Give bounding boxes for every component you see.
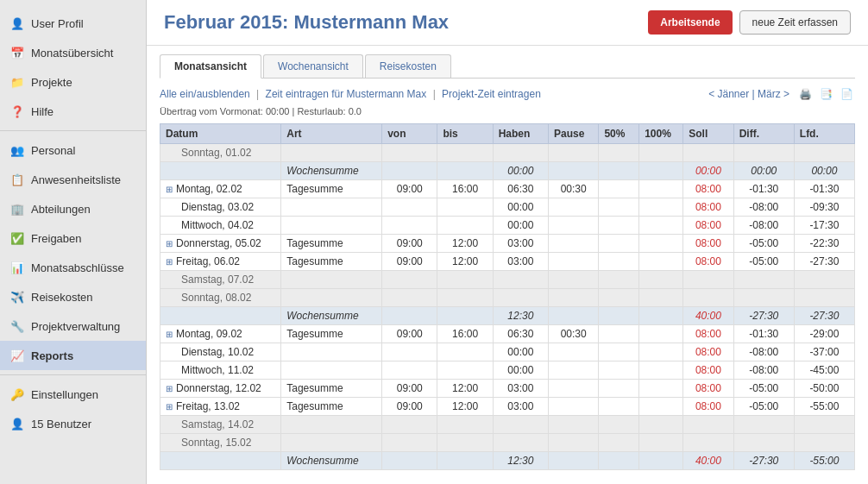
sidebar-divider-2 [0, 374, 146, 375]
cell-100 [639, 398, 683, 416]
cell-von: 09:00 [382, 325, 437, 343]
sidebar-item-monatsabschlüsse[interactable]: 📊 Monatsabschlüsse [0, 253, 146, 282]
cell-bis: 12:00 [437, 398, 493, 416]
sidebar-item-reisekosten[interactable]: ✈️ Reisekosten [0, 282, 146, 311]
neue-zeit-button[interactable]: neue Zeit erfassen [739, 10, 851, 35]
cell-pause [548, 434, 598, 452]
cell-soll: 40:00 [683, 307, 733, 325]
alle-einausblenden-link[interactable]: Alle ein/ausblenden [160, 88, 250, 100]
cell-datum: ⊞Montag, 02.02 [160, 180, 281, 198]
expand-btn[interactable]: ⊞ [166, 185, 173, 194]
col-haben-header: Haben [493, 124, 548, 144]
export-xls-icon[interactable]: 📑 [817, 85, 834, 103]
sidebar-item-benutzer[interactable]: 👤 15 Benutzer [0, 409, 146, 438]
table-row: Mittwoch, 04.02 00:00 08:00 -08:00 -17:3… [160, 217, 855, 235]
sidebar-item-personal[interactable]: 👥 Personal [0, 135, 146, 165]
cell-soll: 08:00 [683, 217, 733, 235]
cell-bis: 16:00 [437, 180, 493, 198]
projekt-zeit-link[interactable]: Projekt-Zeit eintragen [442, 88, 541, 100]
sidebar-item-projekte[interactable]: 📁 Projekte [0, 67, 146, 97]
cell-100 [639, 361, 683, 380]
cell-art [281, 343, 382, 361]
zeit-eintragen-link[interactable]: Zeit eintragen für Mustermann Max [266, 88, 427, 100]
sidebar-item-freigaben[interactable]: ✅ Freigaben [0, 223, 146, 253]
cell-100 [639, 235, 683, 253]
cell-pause [548, 253, 598, 271]
cell-pause [548, 144, 598, 162]
cell-pause [548, 416, 598, 434]
tab-reisekosten[interactable]: Reisekosten [365, 54, 451, 78]
cell-diff: -05:00 [733, 398, 794, 416]
user-icon: 👤 [9, 15, 26, 32]
sidebar-item-label: Monatsübersicht [31, 47, 113, 60]
sidebar-item-einstellungen[interactable]: 🔑 Einstellungen [0, 380, 146, 409]
cell-diff: -05:00 [733, 253, 794, 271]
cell-art [281, 434, 382, 452]
cell-50 [599, 325, 639, 343]
expand-btn[interactable]: ⊞ [166, 330, 173, 339]
sidebar-item-reports[interactable]: 📈 Reports [0, 341, 146, 370]
cell-soll [683, 271, 733, 289]
cell-soll: 08:00 [683, 180, 733, 198]
col-art-header: Art [281, 124, 382, 144]
tab-wochenansicht[interactable]: Wochenansicht [263, 54, 363, 78]
tab-monatsansicht[interactable]: Monatsansicht [160, 54, 261, 79]
next-month-link[interactable]: März > [758, 88, 789, 100]
sidebar-item-projektverwaltung[interactable]: 🔧 Projektverwaltung [0, 311, 146, 341]
cell-50 [599, 289, 639, 307]
cell-von: 09:00 [382, 180, 437, 198]
cell-von [382, 289, 437, 307]
cell-lfd: -29:00 [794, 325, 854, 343]
col-diff-header: Diff. [733, 124, 794, 144]
expand-btn[interactable]: ⊞ [166, 402, 173, 412]
cell-haben: 12:30 [493, 452, 548, 470]
cell-lfd [794, 271, 854, 289]
print-icon[interactable]: 🖨️ [796, 85, 814, 103]
table-row: ⊞Montag, 02.02 Tagesumme 09:00 16:00 06:… [160, 180, 855, 198]
table-row: ⊞Donnerstag, 12.02 Tagesumme 09:00 12:00… [160, 380, 855, 398]
table-row: Dienstag, 10.02 00:00 08:00 -08:00 -37:0… [160, 343, 855, 361]
table-row: ⊞Donnerstag, 05.02 Tagesumme 09:00 12:00… [160, 235, 855, 253]
sidebar-item-abteilungen[interactable]: 🏢 Abteilungen [0, 194, 146, 223]
sidebar: 👤 User Profil 📅 Monatsübersicht 📁 Projek… [0, 0, 147, 484]
cell-diff: -08:00 [733, 343, 794, 361]
expand-btn[interactable]: ⊞ [166, 239, 173, 248]
prev-month-link[interactable]: < Jänner [708, 88, 749, 100]
sidebar-item-anwesenheitsliste[interactable]: 📋 Anwesenheitsliste [0, 165, 146, 194]
arbeitsende-button[interactable]: Arbeitsende [648, 10, 732, 35]
sidebar-item-label: Anwesenheitsliste [31, 173, 121, 186]
cell-lfd [794, 416, 854, 434]
sidebar-item-label: Reports [31, 349, 73, 362]
cell-diff: -08:00 [733, 198, 794, 217]
cell-pause [548, 217, 598, 235]
cell-haben: 00:00 [493, 198, 548, 217]
cell-soll: 00:00 [683, 162, 733, 180]
cell-bis [437, 307, 493, 325]
sidebar-item-user-profil[interactable]: 👤 User Profil [0, 9, 146, 38]
cell-50 [599, 144, 639, 162]
sidebar-item-monatsübersicht[interactable]: 📅 Monatsübersicht [0, 38, 146, 67]
table-row: Samstag, 14.02 [160, 416, 855, 434]
cell-50 [599, 307, 639, 325]
expand-btn[interactable]: ⊞ [166, 384, 173, 393]
cell-diff [733, 271, 794, 289]
cell-lfd: 00:00 [794, 162, 854, 180]
sidebar-item-label: Einstellungen [31, 388, 98, 401]
cell-lfd: -50:00 [794, 380, 854, 398]
sidebar-item-hilfe[interactable]: ❓ Hilfe [0, 97, 146, 126]
cell-art: Wochensumme [281, 162, 382, 180]
cell-lfd: -55:00 [794, 452, 854, 470]
cell-pause [548, 307, 598, 325]
export-pdf-icon[interactable]: 📄 [838, 85, 855, 103]
cell-diff [733, 434, 794, 452]
sidebar-item-label: Abteilungen [31, 203, 91, 216]
cell-datum: ⊞Freitag, 06.02 [160, 253, 281, 271]
expand-btn[interactable]: ⊞ [166, 257, 173, 267]
cell-datum: Samstag, 07.02 [160, 271, 281, 289]
header: Februar 2015: Mustermann Max Arbeitsende… [147, 0, 868, 46]
cell-haben [493, 271, 548, 289]
cell-pause [548, 398, 598, 416]
cell-lfd: -27:30 [794, 253, 854, 271]
cell-bis [437, 144, 493, 162]
cell-von [382, 416, 437, 434]
